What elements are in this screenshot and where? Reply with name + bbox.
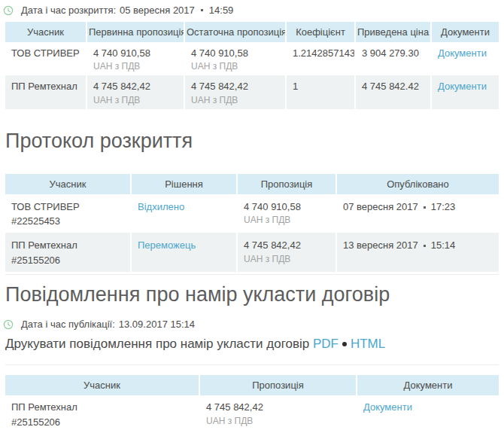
section-title-protocol: Протокол розкриття bbox=[5, 129, 499, 153]
col-header-initial-bid: Первинна пропозиція bbox=[87, 22, 184, 42]
participant-id: #22525453 bbox=[11, 215, 124, 227]
col-header-bid: Пропозиція bbox=[199, 375, 357, 395]
participant-id: #25155206 bbox=[11, 255, 124, 267]
print-intent-label: Друкувати повідомлення про намір укласти… bbox=[5, 337, 309, 351]
reduced-price-value: 3 904 279.30 bbox=[362, 47, 419, 59]
coefficient-value: 1 bbox=[293, 81, 298, 92]
documents-link[interactable]: Документи bbox=[438, 81, 487, 92]
col-header-participant: Учасник bbox=[5, 375, 199, 395]
col-header-published: Опубліковано bbox=[336, 174, 499, 194]
section-title-intent: Повідомлення про намір укласти договір bbox=[5, 282, 499, 306]
clock-icon bbox=[3, 5, 14, 16]
participant-id: #25155206 bbox=[11, 416, 193, 428]
coefficient-value: 1.2142857143 bbox=[293, 47, 355, 59]
bid-amount: 4 745 842,42 bbox=[206, 401, 350, 413]
protocol-table: Учасник Рішення Пропозиція Опубліковано … bbox=[5, 174, 499, 272]
documents-link[interactable]: Документи bbox=[438, 47, 487, 59]
participant-name: ТОВ СТРИВЕР bbox=[11, 47, 80, 59]
col-header-participant: Учасник bbox=[5, 174, 131, 194]
print-intent-line: Друкувати повідомлення про намір укласти… bbox=[5, 336, 499, 352]
publication-datetime-line: Дата і час публікації: 13.09.2017 15:14 bbox=[5, 319, 499, 330]
publication-date-label: Дата і час публікації: bbox=[21, 319, 115, 330]
col-header-reduced-price: Приведена ціна bbox=[355, 22, 431, 42]
opening-date-value: 05 вересня 2017 bbox=[120, 5, 195, 16]
clock-icon bbox=[3, 319, 14, 330]
table-row: ТОВ СТРИВЕР 4 740 910,58 UAH з ПДВ 4 740… bbox=[5, 42, 499, 75]
bids-table: Учасник Первинна пропозиція Остаточна пр… bbox=[5, 22, 499, 109]
published-time: 15:14 bbox=[431, 239, 456, 251]
dot-separator bbox=[201, 9, 203, 11]
table-row: ПП Ремтехнал 4 745 842,42 UAH з ПДВ 4 74… bbox=[5, 75, 499, 108]
initial-bid-amount: 4 740 910,58 bbox=[93, 47, 178, 59]
decision-link[interactable]: Переможець bbox=[138, 239, 196, 251]
documents-link[interactable]: Документи bbox=[363, 401, 412, 413]
currency-label: UAH з ПДВ bbox=[191, 61, 279, 72]
published-time: 17:23 bbox=[431, 201, 456, 212]
dot-separator bbox=[424, 206, 426, 209]
published-date: 07 вересня 2017 bbox=[343, 201, 418, 212]
final-bid-amount: 4 745 842,42 bbox=[191, 81, 279, 93]
bid-amount: 4 740 910,58 bbox=[244, 201, 329, 213]
col-header-final-bid: Остаточна пропозиція bbox=[184, 22, 286, 42]
currency-label: UAH з ПДВ bbox=[93, 61, 178, 72]
publication-date-value: 13.09.2017 15:14 bbox=[119, 319, 195, 330]
currency-label: UAH з ПДВ bbox=[191, 95, 279, 106]
table-row: ПП Ремтехнал #25155206 4 745 842,42 UAH … bbox=[5, 395, 499, 433]
opening-date-label: Дата і час розкриття: bbox=[21, 5, 116, 16]
col-header-coefficient: Коефіцієнт bbox=[286, 22, 355, 42]
currency-label: UAH з ПДВ bbox=[93, 95, 178, 106]
opening-datetime-line: Дата і час розкриття: 05 вересня 2017 14… bbox=[5, 5, 499, 16]
participant-name: ПП Ремтехнал bbox=[11, 81, 77, 92]
section-divider bbox=[5, 274, 499, 275]
col-header-decision: Рішення bbox=[131, 174, 237, 194]
bid-amount: 4 745 842,42 bbox=[244, 239, 329, 252]
col-header-bid: Пропозиція bbox=[237, 174, 336, 194]
currency-label: UAH з ПДВ bbox=[244, 215, 329, 226]
intent-table: Учасник Пропозиція Документи ПП Ремтехна… bbox=[5, 375, 499, 433]
protocol-table-header-row: Учасник Рішення Пропозиція Опубліковано bbox=[5, 174, 499, 194]
col-header-participant: Учасник bbox=[5, 22, 87, 42]
participant-name: ТОВ СТРИВЕР bbox=[11, 201, 124, 213]
initial-bid-amount: 4 745 842,42 bbox=[93, 81, 178, 93]
participant-name: ПП Ремтехнал bbox=[11, 239, 124, 252]
html-link[interactable]: HTML bbox=[351, 337, 385, 351]
col-header-documents: Документи bbox=[357, 375, 499, 395]
final-bid-amount: 4 740 910,58 bbox=[191, 47, 279, 59]
tender-page: Дата і час розкриття: 05 вересня 2017 14… bbox=[0, 5, 504, 433]
intent-table-header-row: Учасник Пропозиція Документи bbox=[5, 375, 499, 395]
currency-label: UAH з ПДВ bbox=[244, 254, 329, 265]
col-header-documents: Документи bbox=[431, 22, 499, 42]
reduced-price-value: 4 745 842.42 bbox=[362, 81, 419, 92]
section-divider bbox=[5, 364, 499, 365]
published-date: 13 вересня 2017 bbox=[343, 239, 418, 251]
pdf-link[interactable]: PDF bbox=[313, 337, 339, 351]
table-row: ПП Ремтехнал #25155206 Переможець 4 745 … bbox=[5, 233, 499, 272]
opening-time-value: 14:59 bbox=[209, 5, 234, 16]
decision-link[interactable]: Відхилено bbox=[138, 201, 184, 212]
participant-name: ПП Ремтехнал bbox=[11, 401, 193, 413]
bids-table-header-row: Учасник Первинна пропозиція Остаточна пр… bbox=[5, 22, 499, 42]
currency-label: UAH з ПДВ bbox=[206, 416, 350, 427]
dot-separator bbox=[342, 342, 347, 346]
dot-separator bbox=[424, 245, 426, 247]
table-row: ТОВ СТРИВЕР #22525453 Відхилено 4 740 91… bbox=[5, 194, 499, 233]
